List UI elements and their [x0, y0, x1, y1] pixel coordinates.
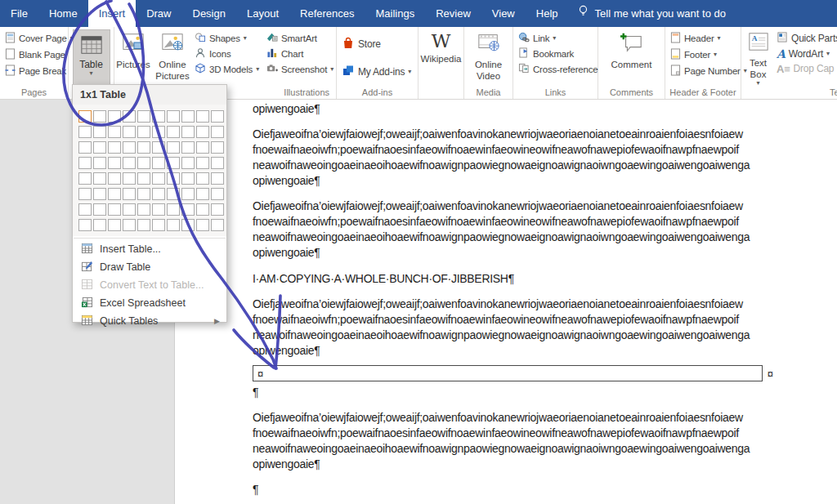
grid-cell[interactable] — [93, 157, 106, 169]
grid-cell[interactable] — [167, 172, 180, 185]
wordart-button[interactable]: A WordArt▾ — [775, 47, 837, 61]
tab-mailings[interactable]: Mailings — [365, 0, 426, 27]
grid-cell[interactable] — [211, 126, 224, 138]
grid-cell[interactable] — [108, 141, 121, 154]
grid-cell[interactable] — [152, 110, 165, 123]
grid-cell[interactable] — [167, 157, 180, 169]
grid-cell[interactable] — [108, 203, 121, 216]
grid-cell[interactable] — [78, 219, 92, 231]
grid-cell[interactable] — [123, 110, 136, 123]
grid-cell[interactable] — [181, 110, 195, 123]
grid-cell[interactable] — [78, 157, 92, 169]
grid-cell[interactable] — [211, 172, 224, 185]
grid-cell[interactable] — [196, 203, 209, 216]
3d-models-button[interactable]: 3D Models▾ — [193, 61, 265, 77]
grid-cell[interactable] — [93, 126, 106, 138]
grid-cell[interactable] — [137, 172, 150, 185]
grid-cell[interactable] — [93, 203, 106, 216]
cover-page-button[interactable]: Cover Page▾ — [3, 30, 65, 47]
grid-cell[interactable] — [137, 141, 150, 154]
tab-design[interactable]: Design — [182, 0, 236, 27]
grid-cell[interactable] — [78, 203, 92, 216]
tab-layout[interactable]: Layout — [236, 0, 289, 27]
bookmark-button[interactable]: Bookmark — [517, 46, 595, 61]
grid-cell[interactable] — [211, 110, 224, 123]
grid-cell[interactable] — [181, 126, 195, 138]
grid-cell[interactable] — [167, 219, 180, 231]
grid-cell[interactable] — [137, 203, 150, 216]
grid-cell[interactable] — [196, 172, 209, 185]
blank-page-button[interactable]: Blank Page — [3, 47, 65, 63]
grid-cell[interactable] — [167, 188, 180, 200]
grid-cell[interactable] — [123, 126, 136, 138]
cross-reference-button[interactable]: Cross-reference — [517, 61, 595, 77]
wikipedia-button[interactable]: W Wikipedia — [418, 27, 463, 99]
tab-references[interactable]: References — [289, 0, 365, 27]
grid-cell[interactable] — [167, 110, 180, 123]
grid-cell[interactable] — [196, 126, 209, 138]
grid-cell[interactable] — [93, 110, 106, 123]
menu-item-insert-table[interactable]: Insert Table... — [73, 240, 226, 258]
footer-button[interactable]: Footer▾ — [669, 47, 738, 63]
grid-cell[interactable] — [137, 219, 150, 231]
chart-button[interactable]: Chart — [265, 46, 333, 61]
grid-cell[interactable] — [181, 172, 195, 185]
grid-cell[interactable] — [78, 172, 92, 185]
tab-review[interactable]: Review — [425, 0, 481, 27]
grid-cell[interactable] — [137, 157, 150, 169]
page-number-button[interactable]: Page Number▾ — [669, 63, 738, 79]
header-button[interactable]: Header▾ — [669, 30, 738, 47]
tab-view[interactable]: View — [481, 0, 526, 27]
grid-cell[interactable] — [93, 188, 106, 200]
menu-item-convert-text-to-table[interactable]: Convert Text to Table... — [73, 276, 226, 294]
grid-cell[interactable] — [78, 141, 92, 154]
grid-cell[interactable] — [137, 110, 150, 123]
menu-item-excel-spreadsheet[interactable]: Excel Spreadsheet — [73, 294, 226, 312]
table-size-grid[interactable] — [73, 105, 226, 236]
grid-cell[interactable] — [152, 126, 165, 138]
grid-cell[interactable] — [196, 110, 209, 123]
tab-insert[interactable]: Insert — [88, 0, 137, 27]
table-button[interactable]: Table ▾ — [73, 29, 110, 85]
grid-cell[interactable] — [152, 203, 165, 216]
smartart-button[interactable]: SmartArt — [265, 30, 333, 46]
menu-item-quick-tables[interactable]: Quick Tables ▶ — [73, 312, 226, 330]
inserted-1x1-table[interactable]: ¤ ¤ — [253, 365, 763, 381]
grid-cell[interactable] — [123, 188, 136, 200]
tab-draw[interactable]: Draw — [136, 0, 181, 27]
grid-cell[interactable] — [211, 203, 224, 216]
grid-cell[interactable] — [108, 157, 121, 169]
grid-cell[interactable] — [123, 172, 136, 185]
link-button[interactable]: Link▾ — [517, 30, 595, 46]
grid-cell[interactable] — [196, 141, 209, 154]
grid-cell[interactable] — [123, 203, 136, 216]
grid-cell[interactable] — [167, 203, 180, 216]
grid-cell[interactable] — [152, 141, 165, 154]
screenshot-button[interactable]: Screenshot▾ — [265, 61, 333, 77]
grid-cell[interactable] — [108, 126, 121, 138]
grid-cell[interactable] — [211, 219, 224, 231]
grid-cell[interactable] — [181, 188, 195, 200]
grid-cell[interactable] — [78, 126, 92, 138]
tab-home[interactable]: Home — [38, 0, 88, 27]
grid-cell[interactable] — [108, 219, 121, 231]
grid-cell[interactable] — [167, 126, 180, 138]
tab-file[interactable]: File — [0, 0, 38, 27]
drop-cap-button[interactable]: A≡ Drop Cap▾ — [775, 61, 837, 76]
tab-help[interactable]: Help — [526, 0, 569, 27]
grid-cell[interactable] — [196, 157, 209, 169]
grid-cell[interactable] — [108, 188, 121, 200]
grid-cell[interactable] — [123, 157, 136, 169]
grid-cell[interactable] — [123, 141, 136, 154]
grid-cell[interactable] — [137, 188, 150, 200]
grid-cell[interactable] — [196, 188, 209, 200]
grid-cell[interactable] — [167, 141, 180, 154]
page-break-button[interactable]: Page Break — [3, 63, 65, 79]
grid-cell[interactable] — [152, 219, 165, 231]
grid-cell[interactable] — [78, 110, 92, 123]
grid-cell[interactable] — [93, 219, 106, 231]
tell-me-box[interactable]: Tell me what you want to do — [577, 0, 726, 27]
grid-cell[interactable] — [152, 172, 165, 185]
store-button[interactable]: Store — [340, 33, 415, 55]
grid-cell[interactable] — [123, 219, 136, 231]
